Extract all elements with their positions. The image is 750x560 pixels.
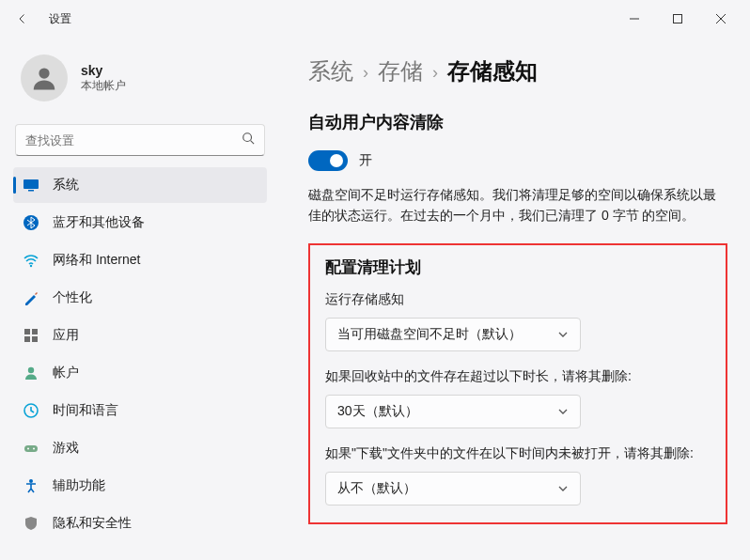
- field-label: 如果回收站中的文件存在超过以下时长，请将其删除:: [325, 368, 711, 385]
- close-button[interactable]: [699, 4, 742, 34]
- svg-point-19: [33, 448, 35, 450]
- minimize-button[interactable]: [613, 4, 656, 34]
- personalization-icon: [23, 289, 39, 306]
- user-sub: 本地帐户: [81, 78, 126, 94]
- breadcrumb: 系统 › 存储 › 存储感知: [308, 56, 727, 86]
- sidebar-item-label: 网络和 Internet: [53, 252, 140, 269]
- svg-point-4: [39, 68, 49, 78]
- sidebar-item-apps[interactable]: 应用: [13, 318, 267, 353]
- dropdown-value: 当可用磁盘空间不足时（默认）: [337, 326, 522, 343]
- sidebar-item-label: 游戏: [53, 440, 79, 457]
- recycle-bin-dropdown[interactable]: 30天（默认）: [325, 395, 581, 428]
- sidebar-item-account[interactable]: 帐户: [13, 355, 267, 391]
- window-title: 设置: [49, 11, 71, 27]
- sidebar-item-privacy[interactable]: 隐私和安全性: [13, 506, 267, 541]
- page-title: 存储感知: [447, 56, 538, 86]
- svg-rect-1: [674, 15, 682, 23]
- svg-point-18: [27, 448, 29, 450]
- apps-icon: [23, 327, 39, 344]
- config-title: 配置清理计划: [325, 257, 711, 278]
- svg-point-10: [30, 265, 32, 267]
- sidebar-item-label: 蓝牙和其他设备: [53, 214, 145, 231]
- sidebar-item-personalization[interactable]: 个性化: [13, 280, 267, 316]
- sidebar-item-label: 帐户: [53, 365, 79, 381]
- user-block[interactable]: sky 本地帐户: [13, 41, 280, 124]
- run-storage-sense-dropdown[interactable]: 当可用磁盘空间不足时（默认）: [325, 318, 581, 351]
- field-label: 运行存储感知: [325, 291, 711, 308]
- breadcrumb-item[interactable]: 存储: [378, 56, 423, 86]
- downloads-dropdown[interactable]: 从不（默认）: [325, 472, 581, 506]
- accessibility-icon: [23, 477, 39, 494]
- sidebar-item-label: 隐私和安全性: [53, 515, 132, 532]
- svg-point-15: [28, 367, 34, 373]
- svg-rect-7: [23, 179, 39, 189]
- field-label: 如果"下载"文件夹中的文件在以下时间内未被打开，请将其删除:: [325, 445, 711, 462]
- sidebar-item-network[interactable]: 网络和 Internet: [13, 242, 267, 278]
- avatar: [21, 54, 68, 101]
- account-icon: [23, 365, 39, 381]
- sidebar-item-label: 应用: [53, 327, 79, 344]
- sidebar-item-label: 个性化: [53, 289, 92, 306]
- bluetooth-icon: [23, 214, 39, 231]
- system-icon: [23, 177, 39, 194]
- maximize-button[interactable]: [656, 4, 699, 34]
- chevron-right-icon: ›: [363, 63, 368, 83]
- sidebar-item-label: 系统: [53, 177, 79, 194]
- chevron-right-icon: ›: [432, 63, 438, 83]
- sidebar-item-games[interactable]: 游戏: [13, 430, 267, 466]
- svg-rect-14: [32, 336, 38, 342]
- chevron-down-icon: [557, 329, 569, 340]
- chevron-down-icon: [557, 483, 569, 494]
- svg-point-20: [29, 479, 33, 483]
- svg-rect-12: [32, 329, 38, 334]
- sidebar-item-bluetooth[interactable]: 蓝牙和其他设备: [13, 205, 267, 241]
- config-box: 配置清理计划 运行存储感知 当可用磁盘空间不足时（默认） 如果回收站中的文件存在…: [308, 243, 727, 524]
- sidebar-item-system[interactable]: 系统: [13, 167, 267, 203]
- toggle-label: 开: [359, 152, 372, 169]
- storage-sense-toggle[interactable]: [308, 150, 348, 171]
- back-button[interactable]: [8, 4, 38, 34]
- time-icon: [23, 402, 39, 419]
- games-icon: [23, 440, 39, 457]
- chevron-down-icon: [557, 406, 569, 417]
- section-title: 自动用户内容清除: [308, 111, 727, 133]
- svg-point-5: [243, 133, 252, 142]
- dropdown-value: 30天（默认）: [337, 403, 418, 420]
- svg-rect-11: [24, 329, 30, 334]
- sidebar-item-accessibility[interactable]: 辅助功能: [13, 468, 267, 504]
- breadcrumb-item[interactable]: 系统: [308, 56, 353, 86]
- search-icon: [242, 132, 255, 148]
- section-description: 磁盘空间不足时运行存储感知。我们将清理足够的空间以确保系统以最佳的状态运行。在过…: [308, 184, 727, 226]
- svg-rect-8: [28, 190, 34, 192]
- user-name: sky: [81, 63, 126, 78]
- search-input[interactable]: [25, 133, 242, 148]
- sidebar-item-time[interactable]: 时间和语言: [13, 393, 267, 428]
- svg-rect-13: [24, 336, 30, 342]
- sidebar-item-label: 辅助功能: [53, 477, 105, 494]
- sidebar-item-label: 时间和语言: [53, 402, 118, 419]
- search-box[interactable]: [15, 124, 265, 156]
- privacy-icon: [23, 515, 39, 532]
- dropdown-value: 从不（默认）: [337, 480, 416, 497]
- svg-line-6: [251, 141, 255, 145]
- network-icon: [23, 252, 39, 269]
- svg-rect-17: [24, 445, 38, 452]
